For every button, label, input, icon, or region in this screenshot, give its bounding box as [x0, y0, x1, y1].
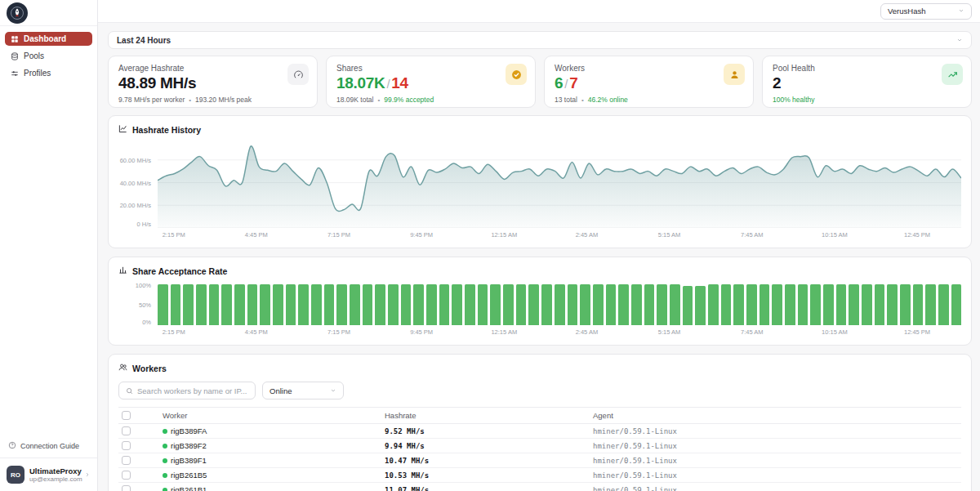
worker-agent: hminer/0.59.1-Linux	[590, 424, 961, 439]
user-meta: UltimateProxy up@example.com	[29, 466, 79, 483]
column-header-agent: Agent	[590, 408, 961, 424]
row-checkbox[interactable]	[122, 456, 131, 465]
algorithm-select[interactable]: VerusHash	[880, 3, 972, 20]
acceptance-bar	[516, 284, 527, 325]
y-tick-label: 40.00 MH/s	[120, 180, 151, 187]
sidebar: DashboardPoolsProfiles Connection Guide …	[0, 0, 98, 491]
x-tick-label: 10:15 AM	[822, 231, 848, 239]
main-area: VerusHash Last 24 Hours Average Hashrate…	[98, 0, 980, 491]
share-acceptance-card: Share Acceptance Rate 0%50%100% 2:15 PM4…	[108, 257, 972, 346]
acceptance-bar	[849, 284, 859, 325]
acceptance-bar	[875, 284, 885, 325]
chart-title: Share Acceptance Rate	[132, 266, 227, 276]
acceptance-bar	[925, 284, 936, 325]
pools-database-icon	[11, 52, 19, 60]
acceptance-bar	[618, 284, 629, 325]
sidebar-item-pools[interactable]: Pools	[5, 49, 92, 63]
user-menu[interactable]: RO UltimateProxy up@example.com	[0, 458, 97, 491]
app-root: DashboardPoolsProfiles Connection Guide …	[0, 0, 980, 491]
chevron-down-icon	[958, 7, 964, 16]
acceptance-chart: 0%50%100%	[118, 284, 961, 325]
acceptance-bar	[478, 284, 488, 325]
acceptance-bar	[951, 284, 962, 325]
stat-subtext: 9.78 MH/s per worker • 193.20 MH/s peak	[118, 96, 307, 104]
status-filter-select[interactable]: Online	[262, 382, 344, 399]
worker-row[interactable]: rigB389FA9.52 MH/shminer/0.59.1-Linux	[118, 424, 961, 439]
sidebar-nav: DashboardPoolsProfiles	[0, 26, 97, 89]
search-icon	[126, 387, 133, 395]
worker-row[interactable]: rigB389F29.94 MH/shminer/0.59.1-Linux	[118, 439, 961, 453]
acceptance-bar	[541, 284, 552, 325]
acceptance-bar	[760, 284, 770, 325]
acceptance-bar	[375, 284, 385, 325]
row-checkbox[interactable]	[122, 471, 131, 480]
acceptance-bar	[234, 284, 245, 325]
online-status-dot	[163, 488, 167, 491]
worker-hashrate: 9.94 MH/s	[382, 439, 590, 453]
acceptance-bar	[426, 284, 437, 325]
chevron-right-icon	[84, 471, 91, 480]
rocket-logo-icon[interactable]	[7, 2, 28, 24]
time-range-collapse[interactable]: Last 24 Hours	[108, 31, 972, 49]
x-tick-label: 12:45 PM	[904, 231, 930, 239]
stat-label: Shares	[336, 64, 525, 73]
acceptance-bar	[158, 284, 168, 325]
connection-guide-link[interactable]: Connection Guide	[0, 435, 97, 458]
profiles-sliders-icon	[11, 69, 19, 78]
acceptance-bar	[900, 284, 911, 325]
row-checkbox[interactable]	[122, 485, 131, 491]
per-worker-value: 9.78 MH/s per worker	[118, 96, 185, 104]
row-checkbox[interactable]	[122, 441, 131, 450]
healthy-rate-value: 100% healthy	[773, 96, 815, 104]
hashrate-chart: 0 H/s20.00 MH/s40.00 MH/s60.00 MH/s	[118, 143, 961, 228]
acceptance-bar	[273, 284, 283, 325]
x-tick-label: 12:45 PM	[904, 328, 930, 336]
worker-row[interactable]: rigB261B510.53 MH/shminer/0.59.1-Linux	[118, 468, 961, 483]
acceptance-bar	[823, 284, 834, 325]
card-title-row: Workers	[118, 363, 961, 373]
acceptance-bar	[862, 284, 872, 325]
sidebar-item-dashboard[interactable]: Dashboard	[5, 32, 92, 46]
worker-hashrate: 11.07 MH/s	[382, 483, 590, 491]
workers-card: Workers Online	[108, 354, 972, 491]
online-status-dot	[163, 473, 167, 478]
x-tick-label: 2:45 AM	[576, 328, 599, 336]
row-checkbox[interactable]	[122, 426, 131, 435]
acceptance-bar	[401, 284, 412, 325]
acceptance-bar	[465, 284, 475, 325]
hashrate-history-card: Hashrate History 0 H/s20.00 MH/s40.00 MH…	[108, 115, 972, 248]
acceptance-bar	[836, 284, 847, 325]
worker-row[interactable]: rigB261B111.07 MH/shminer/0.59.1-Linux	[118, 483, 961, 491]
sidebar-item-profiles[interactable]: Profiles	[5, 66, 92, 80]
worker-name: rigB389F2	[171, 441, 207, 450]
worker-name: rigB389F1	[171, 456, 207, 465]
worker-name: rigB261B5	[171, 471, 207, 480]
worker-search-input[interactable]	[137, 386, 248, 395]
connection-guide-label: Connection Guide	[20, 442, 79, 450]
worker-name: rigB261B1	[171, 485, 207, 491]
card-title-row: Share Acceptance Rate	[118, 266, 961, 276]
worker-hashrate: 10.47 MH/s	[382, 453, 590, 468]
worker-search	[118, 382, 256, 399]
area-chart-plot	[158, 143, 961, 228]
acceptance-bar	[324, 284, 335, 325]
x-tick-label: 5:15 AM	[658, 231, 681, 239]
worker-name: rigB389FA	[171, 426, 207, 435]
x-tick-label: 2:15 PM	[163, 231, 185, 239]
acceptance-bar	[913, 284, 924, 325]
x-tick-label: 2:15 PM	[163, 328, 185, 336]
workers-controls: Online	[118, 382, 961, 399]
acceptance-bar	[772, 284, 782, 325]
select-all-checkbox[interactable]	[122, 411, 131, 420]
acceptance-bar	[413, 284, 424, 325]
worker-row[interactable]: rigB389F110.47 MH/shminer/0.59.1-Linux	[118, 453, 961, 468]
bullet-separator: •	[377, 96, 380, 104]
y-tick-label: 60.00 MH/s	[120, 157, 151, 164]
x-axis: 2:15 PM4:45 PM7:15 PM9:45 PM12:15 AM2:45…	[158, 228, 961, 239]
acceptance-bar	[528, 284, 539, 325]
x-tick-label: 7:15 PM	[327, 328, 350, 336]
stat-subtext: 18.09K total • 99.9% accepted	[336, 96, 525, 104]
chart-title: Hashrate History	[132, 125, 201, 135]
trend-up-icon	[942, 64, 963, 85]
bars-container	[158, 284, 961, 325]
